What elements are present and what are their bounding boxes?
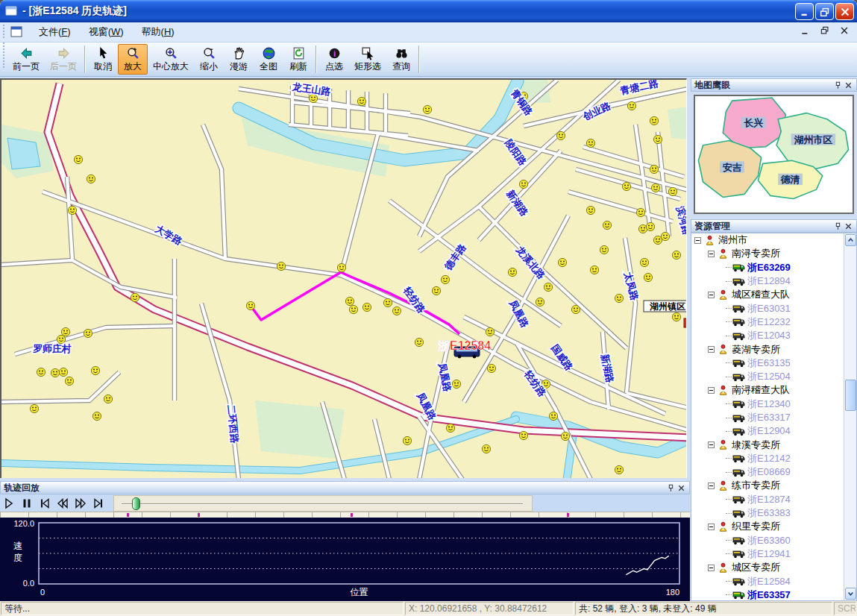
tree-collapse-box[interactable]: [708, 292, 715, 298]
poi-smiley-icon[interactable]: [482, 444, 490, 453]
poi-smiley-icon[interactable]: [668, 187, 677, 195]
playback-fast-forward-button[interactable]: [72, 496, 89, 511]
close-button[interactable]: [835, 3, 854, 20]
poi-smiley-icon[interactable]: [452, 380, 460, 388]
vehicle-tree[interactable]: 湖州市南浔专卖所 浙E63269 浙E12894城区稽查大队 浙E63031 浙…: [691, 233, 844, 600]
playback-skip-end-button[interactable]: [90, 496, 107, 511]
toolbar-button-query[interactable]: 查询: [386, 44, 416, 75]
poi-smiley-icon[interactable]: [74, 155, 82, 163]
poi-smiley-icon[interactable]: [277, 262, 285, 270]
poi-smiley-icon[interactable]: [622, 182, 630, 190]
tree-item-vehicle[interactable]: 浙E12340: [691, 397, 844, 411]
tree-item-vehicle[interactable]: 浙E12874: [691, 493, 844, 506]
pin-icon[interactable]: [832, 221, 843, 231]
slider-track[interactable]: [122, 503, 523, 505]
tree-collapse-box[interactable]: [708, 346, 715, 353]
tree-item-vehicle[interactable]: 浙E12043: [691, 329, 844, 342]
tree-collapse-box[interactable]: [708, 524, 715, 530]
pin-icon[interactable]: [832, 80, 843, 90]
poi-smiley-icon[interactable]: [337, 263, 345, 271]
poi-smiley-icon[interactable]: [650, 116, 658, 125]
poi-smiley-icon[interactable]: [432, 286, 440, 295]
scroll-up-button[interactable]: [845, 234, 856, 246]
tree-item-group[interactable]: 城区稽查大队: [691, 288, 844, 301]
toolbar-grip[interactable]: [1, 25, 6, 40]
tree-item-group[interactable]: 南浔稽查大队: [691, 383, 844, 397]
poi-smiley-icon[interactable]: [644, 273, 652, 281]
tree-item-vehicle[interactable]: 浙E12941: [691, 547, 844, 561]
toolbar-button-cancel[interactable]: 取消: [88, 44, 118, 75]
tree-item-root[interactable]: 湖州市: [691, 233, 844, 247]
poi-smiley-icon[interactable]: [638, 224, 647, 233]
toolbar-button-prev-page[interactable]: 前一页: [7, 44, 45, 75]
tree-item-group[interactable]: 埭溪专卖所: [691, 438, 844, 451]
poi-smiley-icon[interactable]: [627, 101, 635, 110]
pin-icon[interactable]: [665, 483, 676, 493]
tree-item-vehicle[interactable]: 浙E12142: [691, 452, 844, 465]
poi-smiley-icon[interactable]: [487, 364, 495, 372]
tree-item-group[interactable]: 练市专卖所: [691, 479, 844, 492]
playback-play-button[interactable]: [1, 496, 17, 511]
poi-smiley-icon[interactable]: [362, 303, 371, 311]
poi-smiley-icon[interactable]: [357, 97, 365, 105]
poi-smiley-icon[interactable]: [309, 94, 317, 102]
tree-item-vehicle[interactable]: 浙E63031: [691, 301, 844, 315]
overview-svg[interactable]: 长兴 湖州市区 安吉 德清: [695, 96, 853, 213]
poi-smiley-icon[interactable]: [84, 329, 92, 337]
poi-smiley-icon[interactable]: [37, 368, 45, 376]
tree-collapse-box[interactable]: [708, 441, 715, 448]
poi-smiley-icon[interactable]: [508, 268, 516, 276]
toolbar-button-zoom-out[interactable]: 缩小: [194, 44, 224, 75]
minimize-button[interactable]: [795, 3, 814, 20]
toolbar-button-refresh[interactable]: 刷新: [283, 44, 313, 75]
scroll-thumb[interactable]: [845, 380, 856, 411]
tree-item-vehicle[interactable]: 浙E63317: [691, 411, 844, 424]
tree-collapse-box[interactable]: [708, 251, 715, 257]
poi-smiley-icon[interactable]: [349, 305, 357, 313]
close-icon[interactable]: [676, 483, 686, 493]
close-icon[interactable]: [843, 221, 853, 231]
tree-collapse-box[interactable]: [708, 387, 715, 394]
poi-smiley-icon[interactable]: [61, 327, 69, 336]
poi-smiley-icon[interactable]: [92, 412, 101, 420]
poi-smiley-icon[interactable]: [558, 258, 566, 266]
poi-smiley-icon[interactable]: [653, 135, 662, 143]
poi-smiley-icon[interactable]: [556, 131, 565, 139]
poi-smiley-icon[interactable]: [651, 183, 659, 192]
menu-item-h[interactable]: 帮助(H): [133, 23, 183, 40]
overview-map[interactable]: 长兴 湖州市区 安吉 德清: [694, 95, 854, 214]
tree-item-vehicle[interactable]: 浙E12504: [691, 370, 844, 383]
restore-button[interactable]: [815, 3, 834, 20]
tree-item-vehicle[interactable]: 浙E12232: [691, 315, 844, 329]
poi-smiley-icon[interactable]: [519, 180, 527, 188]
poi-smiley-icon[interactable]: [68, 206, 76, 214]
poi-smiley-icon[interactable]: [59, 368, 67, 376]
tree-item-vehicle[interactable]: 浙E63360: [691, 534, 844, 547]
poi-smiley-icon[interactable]: [615, 465, 623, 474]
poi-smiley-icon[interactable]: [91, 366, 99, 374]
playback-pause-button[interactable]: [19, 496, 35, 511]
playback-rewind-button[interactable]: [54, 496, 71, 511]
tree-item-vehicle[interactable]: 浙E08669: [691, 465, 844, 479]
poi-smiley-icon[interactable]: [441, 275, 449, 283]
poi-smiley-icon[interactable]: [586, 139, 594, 147]
poi-smiley-icon[interactable]: [403, 436, 411, 444]
tree-item-group[interactable]: 城区专卖所: [691, 561, 844, 574]
poi-smiley-icon[interactable]: [65, 377, 73, 385]
mdi-close-button[interactable]: [839, 25, 850, 35]
poi-smiley-icon[interactable]: [646, 222, 654, 230]
map-canvas[interactable]: 龙王山路青铜路陵阳路青塘二路创业路新湖路大学路德丰路龙溪北路轻纺路凤凰路太凤路国…: [0, 78, 687, 478]
poi-smiley-icon[interactable]: [519, 431, 527, 439]
tree-item-vehicle[interactable]: 浙E63269: [691, 261, 844, 274]
tree-item-vehicle[interactable]: 浙E12894: [691, 274, 844, 288]
poi-smiley-icon[interactable]: [423, 105, 431, 113]
poi-smiley-icon[interactable]: [603, 221, 611, 229]
poi-smiley-icon[interactable]: [383, 298, 392, 307]
tree-collapse-box[interactable]: [708, 483, 715, 489]
toolbar-grip2[interactable]: [1, 43, 6, 69]
poi-smiley-icon[interactable]: [672, 312, 680, 321]
toolbar-button-full-map[interactable]: 全图: [254, 44, 283, 75]
tree-item-group[interactable]: 菱湖专卖所: [691, 342, 844, 356]
slider-thumb[interactable]: [132, 497, 140, 510]
tree-collapse-box[interactable]: [708, 565, 715, 571]
